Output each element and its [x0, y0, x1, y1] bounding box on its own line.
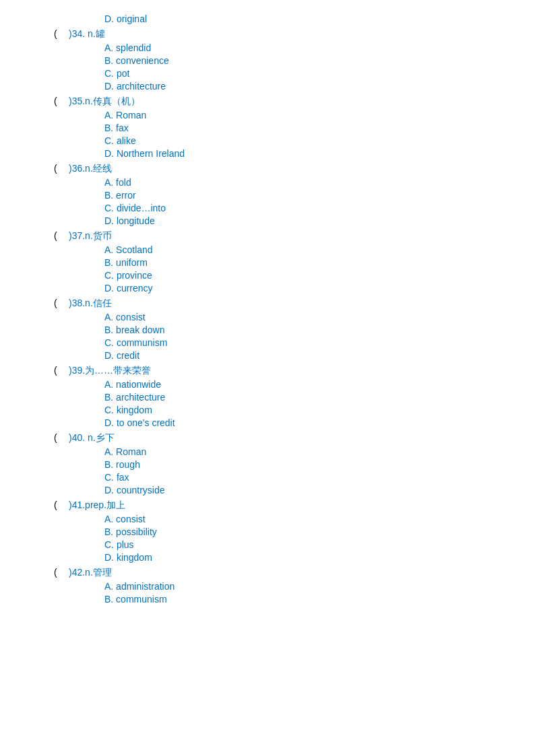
q35-optD: D. Northern Ireland — [104, 148, 535, 159]
q37-optC: C. province — [104, 270, 535, 281]
q35-optA: A. Roman — [104, 110, 535, 121]
q37-optD: D. currency — [104, 283, 535, 294]
paren-37: ( — [0, 230, 66, 241]
paren-35: ( — [0, 96, 66, 106]
question-35-label: )35.n.传真（机） — [69, 96, 140, 108]
q38-optD: D. credit — [104, 350, 535, 361]
q40-optC: C. fax — [104, 472, 535, 483]
q41-optA: A. consist — [104, 514, 535, 524]
q37-optA: A. Scotland — [104, 244, 535, 255]
q38-optB: B. break down — [104, 324, 535, 335]
question-36: ( )36.n.经线 A. fold B. error C. divide…in… — [0, 163, 535, 226]
q36-optC: C. divide…into — [104, 203, 535, 213]
q35-optC: C. alike — [104, 135, 535, 146]
q34-optB: B. convenience — [104, 55, 535, 66]
question-38-label: )38.n.信任 — [69, 298, 112, 310]
paren-40: ( — [0, 432, 66, 443]
question-34: ( )34. n.罐 A. splendid B. convenience C.… — [0, 28, 535, 92]
paren-34: ( — [0, 28, 66, 39]
q42-optB: B. communism — [104, 594, 535, 605]
paren-36: ( — [0, 163, 66, 174]
question-40-label: )40. n.乡下 — [69, 432, 115, 444]
question-37: ( )37.n.货币 A. Scotland B. uniform C. pro… — [0, 230, 535, 294]
question-42-label: )42.n.管理 — [69, 567, 112, 579]
paren-39: ( — [0, 365, 66, 376]
q34-optA: A. splendid — [104, 42, 535, 53]
q40-optA: A. Roman — [104, 446, 535, 457]
q41-optB: B. possibility — [104, 526, 535, 537]
question-42: ( )42.n.管理 A. administration B. communis… — [0, 567, 535, 605]
paren-42: ( — [0, 567, 66, 578]
q39-optC: C. kingdom — [104, 405, 535, 415]
q36-optA: A. fold — [104, 177, 535, 188]
q37-optB: B. uniform — [104, 257, 535, 268]
page-content: D. original ( )34. n.罐 A. splendid B. co… — [0, 13, 535, 605]
question-38: ( )38.n.信任 A. consist B. break down C. c… — [0, 298, 535, 361]
question-39: ( )39.为……带来荣誉 A. nationwide B. architect… — [0, 365, 535, 428]
q36-optD: D. longitude — [104, 215, 535, 226]
q42-optA: A. administration — [104, 581, 535, 592]
question-34-label: )34. n.罐 — [69, 28, 105, 40]
q35-optB: B. fax — [104, 123, 535, 133]
question-37-label: )37.n.货币 — [69, 230, 112, 242]
question-39-label: )39.为……带来荣誉 — [69, 365, 151, 377]
paren-38: ( — [0, 298, 66, 308]
q38-optC: C. communism — [104, 337, 535, 348]
option-text: D. original — [104, 13, 147, 24]
q39-optB: B. architecture — [104, 392, 535, 403]
q40-optD: D. countryside — [104, 485, 535, 495]
q40-optB: B. rough — [104, 459, 535, 470]
question-35: ( )35.n.传真（机） A. Roman B. fax C. alike D… — [0, 96, 535, 159]
question-41: ( )41.prep.加上 A. consist B. possibility … — [0, 500, 535, 563]
option-d-original: D. original — [0, 13, 535, 24]
q34-optD: D. architecture — [104, 81, 535, 92]
q36-optB: B. error — [104, 190, 535, 201]
q39-optD: D. to one's credit — [104, 417, 535, 428]
question-40: ( )40. n.乡下 A. Roman B. rough C. fax D. … — [0, 432, 535, 495]
q41-optC: C. plus — [104, 539, 535, 550]
question-41-label: )41.prep.加上 — [69, 500, 125, 512]
q41-optD: D. kingdom — [104, 552, 535, 563]
paren-41: ( — [0, 500, 66, 510]
q39-optA: A. nationwide — [104, 379, 535, 390]
q38-optA: A. consist — [104, 312, 535, 322]
question-36-label: )36.n.经线 — [69, 163, 112, 175]
q34-optC: C. pot — [104, 68, 535, 79]
